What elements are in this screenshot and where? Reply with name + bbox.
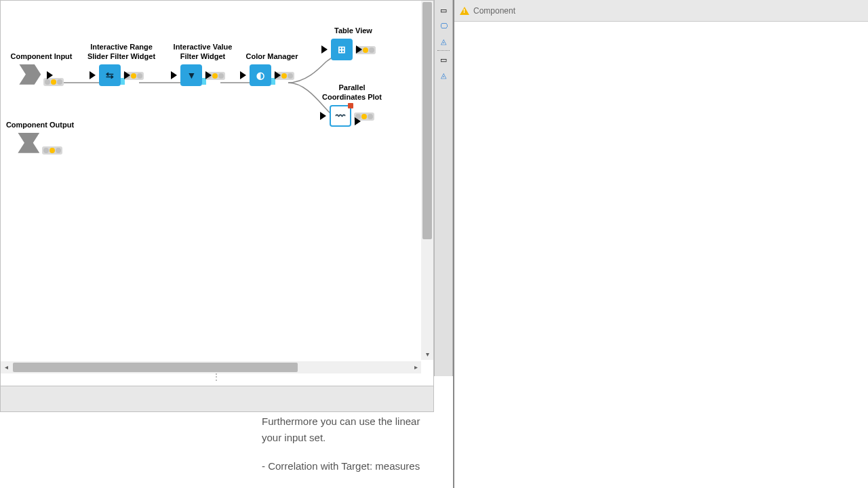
editor-footer — [1, 386, 433, 411]
description-line: Furthermore you can use the linear — [262, 413, 452, 430]
input-port-icon[interactable] — [90, 71, 96, 79]
node-label: Component Input — [4, 52, 79, 62]
scroll-right-icon[interactable]: ▸ — [412, 363, 420, 371]
input-port-icon[interactable] — [320, 112, 326, 120]
scroll-left-icon[interactable]: ◂ — [2, 363, 10, 371]
parallel-plot-icon: 〰 — [330, 105, 351, 127]
node-label: Color Manager — [235, 52, 309, 62]
node-label: Component Output — [3, 121, 77, 130]
triangle-info-icon[interactable]: ◬ — [437, 35, 450, 48]
input-port-icon[interactable] — [321, 45, 328, 54]
output-port-icon[interactable] — [275, 71, 281, 79]
node-label: Table View — [316, 26, 391, 36]
component-input-icon — [19, 64, 41, 85]
window-icon[interactable]: ▭ — [437, 3, 450, 17]
output-port-icon[interactable] — [124, 71, 130, 79]
window-icon[interactable]: ▭ — [437, 53, 450, 66]
node-color-manager[interactable]: Color Manager ◐ — [235, 52, 309, 86]
right-panel-header: Component — [454, 0, 868, 22]
output-port-icon[interactable] — [47, 71, 53, 79]
description-text: Furthermore you can use the linear your … — [262, 413, 452, 474]
resize-handle-icon[interactable]: ⋮ — [212, 372, 222, 382]
output-port-icon[interactable] — [356, 45, 362, 54]
input-port-icon[interactable] — [171, 71, 177, 79]
scrollbar-thumb[interactable] — [13, 363, 298, 372]
node-value-filter[interactable]: Interactive Value Filter Widget ▼ — [165, 43, 240, 86]
scrollbar-thumb[interactable] — [422, 2, 432, 239]
horizontal-scrollbar[interactable]: ◂ ▸ — [1, 361, 421, 373]
input-port-icon[interactable] — [240, 71, 246, 79]
monitor-icon[interactable]: 🖵 — [437, 19, 450, 33]
status-traffic-light — [43, 78, 64, 86]
node-range-slider-filter[interactable]: Interactive Range Slider Filter Widget ⇆ — [84, 43, 159, 86]
node-component-input[interactable]: Component Input — [4, 52, 79, 87]
node-label: Parallel Coordinates Plot — [315, 83, 389, 102]
vertical-scrollbar[interactable]: ▾ — [421, 1, 433, 360]
side-toolbar: ▭ 🖵 ◬ ▭ ◬ — [434, 0, 453, 376]
right-panel: Component — [453, 0, 868, 488]
output-port-icon[interactable] — [205, 71, 212, 79]
output-port-icon[interactable] — [355, 117, 361, 125]
workflow-canvas[interactable]: Component Input Interactive Range Slider… — [1, 1, 421, 360]
value-filter-icon: ▼ — [180, 64, 202, 86]
color-manager-icon: ◐ — [250, 64, 271, 86]
warning-icon — [460, 7, 469, 15]
status-traffic-light — [42, 146, 62, 155]
node-component-output[interactable]: Component Output — [3, 121, 77, 155]
right-panel-title: Component — [473, 6, 515, 16]
node-parallel-coordinates[interactable]: Parallel Coordinates Plot 〰 — [315, 83, 389, 127]
scroll-down-icon[interactable]: ▾ — [423, 350, 431, 359]
slider-filter-icon: ⇆ — [99, 64, 121, 86]
component-output-icon — [18, 133, 39, 153]
description-line: - Correlation with Target: measures — [262, 458, 452, 474]
badge-icon — [348, 103, 353, 108]
table-view-icon: ⊞ — [331, 39, 353, 60]
node-label: Interactive Value Filter Widget — [165, 43, 240, 62]
node-table-view[interactable]: Table View ⊞ — [316, 26, 391, 60]
separator — [437, 50, 450, 51]
description-line: your input set. — [262, 430, 452, 446]
triangle-help-icon[interactable]: ◬ — [437, 68, 450, 82]
workflow-editor: Component Input Interactive Range Slider… — [0, 0, 434, 412]
node-label: Interactive Range Slider Filter Widget — [84, 43, 159, 62]
